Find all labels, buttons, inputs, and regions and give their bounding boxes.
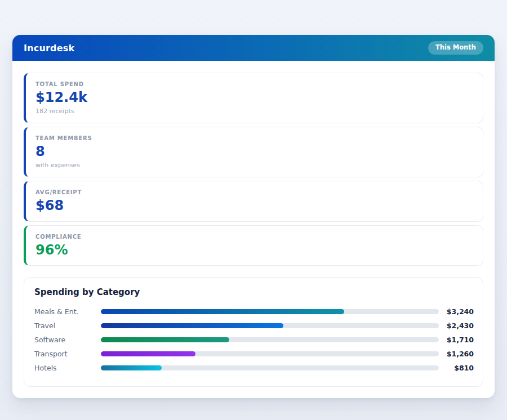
category-value: $2,430 [439,321,474,330]
category-label: Hotels [34,364,101,372]
category-bar-fill [101,351,195,356]
stat-card-compliance: COMPLIANCE 96% [24,225,483,266]
app-header: Incurdesk This Month [12,35,495,61]
category-row: Meals & Ent.$3,240 [34,305,474,319]
category-label: Software [34,336,101,344]
stat-value: $12.4k [35,90,474,106]
chart-title: Spending by Category [34,287,474,298]
category-bar-track [101,323,439,328]
category-bar-track [101,337,439,342]
app-title: Incurdesk [24,43,74,53]
category-row: Software$1,710 [34,333,474,347]
category-bar-fill [101,323,283,328]
category-bar-fill [101,365,162,370]
spending-by-category-card: Spending by Category Meals & Ent.$3,240T… [24,277,483,387]
app-body: TOTAL SPEND $12.4k 182 receipts TEAM MEM… [12,61,495,398]
category-bar-list: Meals & Ent.$3,240Travel$2,430Software$1… [34,305,474,375]
category-value: $1,260 [439,350,474,358]
category-row: Travel$2,430 [34,319,474,333]
category-bar-track [101,309,439,314]
period-badge[interactable]: This Month [428,41,483,55]
category-row: Transport$1,260 [34,347,474,361]
stat-value: $68 [35,198,474,214]
stat-label: TEAM MEMBERS [35,135,474,142]
stat-card-avg-receipt: AVG/RECEIPT $68 [24,181,483,222]
category-bar-track [101,351,439,356]
stats-section: TOTAL SPEND $12.4k 182 receipts TEAM MEM… [24,73,483,266]
stat-sub: with expenses [35,161,474,169]
stat-label: COMPLIANCE [35,233,474,240]
category-value: $810 [439,364,474,372]
category-value: $1,710 [439,336,474,344]
stat-card-team-members: TEAM MEMBERS 8 with expenses [24,127,483,177]
stat-label: TOTAL SPEND [35,81,474,88]
category-bar-fill [101,337,229,342]
app-window: Incurdesk This Month TOTAL SPEND $12.4k … [12,35,495,398]
stat-card-total-spend: TOTAL SPEND $12.4k 182 receipts [24,73,483,123]
category-bar-fill [101,309,344,314]
category-row: Hotels$810 [34,361,474,375]
category-value: $3,240 [439,307,474,316]
category-label: Transport [34,350,101,358]
stat-value: 8 [35,144,474,160]
category-label: Meals & Ent. [34,307,101,316]
category-label: Travel [34,321,101,330]
category-bar-track [101,365,439,370]
stat-label: AVG/RECEIPT [35,189,474,196]
stat-value: 96% [35,243,474,258]
stat-sub: 182 receipts [35,107,474,115]
